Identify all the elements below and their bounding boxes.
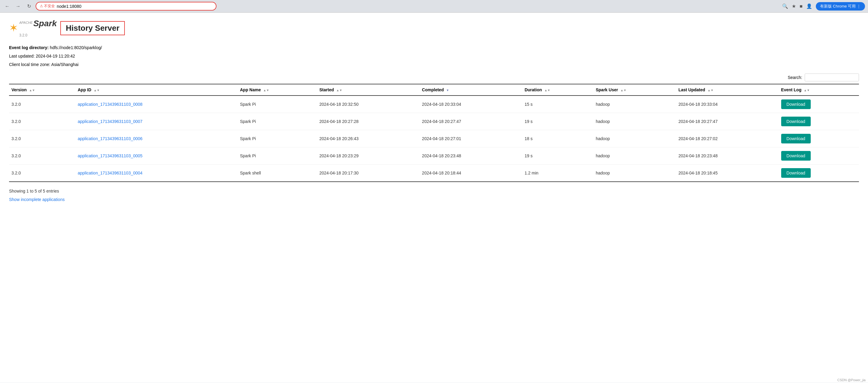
- cell-app-id[interactable]: application_1713439631103_0005: [75, 147, 238, 164]
- cell-started: 2024-04-18 20:23:29: [317, 147, 420, 164]
- bookmark-icon[interactable]: ★: [792, 3, 796, 9]
- col-started[interactable]: Started ▲▼: [317, 84, 420, 96]
- timezone-label: Client local time zone:: [9, 62, 50, 67]
- search-icon[interactable]: 🔍: [782, 3, 788, 9]
- cell-completed: 2024-04-18 20:18:44: [420, 164, 522, 182]
- download-button[interactable]: Download: [781, 117, 811, 126]
- spark-text: Spark: [33, 19, 57, 28]
- applications-table: Version ▲▼ App ID ▲▼ App Name ▲▼ Started…: [9, 84, 859, 182]
- col-version[interactable]: Version ▲▼: [9, 84, 75, 96]
- app-id-link[interactable]: application_1713439631103_0007: [78, 119, 143, 124]
- last-updated-value: 2024-04-19 11:20:42: [36, 54, 75, 59]
- cell-app-name: Spark Pi: [238, 147, 317, 164]
- cell-app-id[interactable]: application_1713439631103_0006: [75, 130, 238, 147]
- table-row: 3.2.0application_1713439631103_0006Spark…: [9, 130, 859, 147]
- cell-started: 2024-04-18 20:32:50: [317, 96, 420, 113]
- cell-app-name: Spark Pi: [238, 130, 317, 147]
- table-footer: Showing 1 to 5 of 5 entries Show incompl…: [9, 187, 859, 204]
- col-app-name[interactable]: App Name ▲▼: [238, 84, 317, 96]
- cell-completed: 2024-04-18 20:27:47: [420, 113, 522, 130]
- col-last-updated[interactable]: Last Updated ▲▼: [676, 84, 778, 96]
- cell-app-name: Spark Pi: [238, 113, 317, 130]
- info-section: Event log directory: hdfs://node1:8020/s…: [9, 43, 859, 69]
- timezone-value: Asia/Shanghai: [51, 62, 79, 67]
- security-warning-icon: ⚠ 不安全: [40, 4, 55, 9]
- cell-started: 2024-04-18 20:17:30: [317, 164, 420, 182]
- apache-label: APACHE: [19, 21, 33, 24]
- cell-download[interactable]: Download: [779, 130, 859, 147]
- back-button[interactable]: ←: [3, 2, 11, 10]
- download-button[interactable]: Download: [781, 151, 811, 161]
- search-input[interactable]: [805, 73, 859, 82]
- col-app-id[interactable]: App ID ▲▼: [75, 84, 238, 96]
- cell-last-updated: 2024-04-18 20:27:02: [676, 130, 778, 147]
- event-log-info: Event log directory: hdfs://node1:8020/s…: [9, 43, 859, 52]
- url-text: node1:18080: [57, 4, 82, 9]
- app-id-link[interactable]: application_1713439631103_0008: [78, 102, 143, 107]
- download-button[interactable]: Download: [781, 99, 811, 109]
- cell-spark-user: hadoop: [593, 96, 676, 113]
- cell-version: 3.2.0: [9, 130, 75, 147]
- address-bar[interactable]: ⚠ 不安全 node1:18080: [36, 2, 216, 10]
- app-id-link[interactable]: application_1713439631103_0006: [78, 136, 143, 141]
- app-id-link[interactable]: application_1713439631103_0005: [78, 153, 143, 158]
- table-row: 3.2.0application_1713439631103_0004Spark…: [9, 164, 859, 182]
- col-event-log[interactable]: Event Log ▲▼: [779, 84, 859, 96]
- cell-app-name: Spark shell: [238, 164, 317, 182]
- search-row: Search:: [9, 73, 859, 82]
- cell-duration: 15 s: [522, 96, 593, 113]
- search-label: Search:: [788, 75, 802, 80]
- profile-icon[interactable]: 👤: [806, 3, 812, 9]
- table-row: 3.2.0application_1713439631103_0007Spark…: [9, 113, 859, 130]
- cell-app-id[interactable]: application_1713439631103_0004: [75, 164, 238, 182]
- cell-app-id[interactable]: application_1713439631103_0007: [75, 113, 238, 130]
- cell-app-name: Spark Pi: [238, 96, 317, 113]
- cell-completed: 2024-04-18 20:33:04: [420, 96, 522, 113]
- col-spark-user[interactable]: Spark User ▲▼: [593, 84, 676, 96]
- cell-spark-user: hadoop: [593, 130, 676, 147]
- cell-duration: 1.2 min: [522, 164, 593, 182]
- event-log-value: hdfs://node1:8020/sparklog/: [50, 45, 102, 50]
- spark-version: 3.2.0: [19, 33, 57, 37]
- cell-last-updated: 2024-04-18 20:23:48: [676, 147, 778, 164]
- cell-duration: 18 s: [522, 130, 593, 147]
- cell-version: 3.2.0: [9, 113, 75, 130]
- browser-actions: 🔍 ★ ■ 👤 有新版 Chrome 可用 ⋮: [782, 2, 865, 10]
- table-header-row: Version ▲▼ App ID ▲▼ App Name ▲▼ Started…: [9, 84, 859, 96]
- cell-download[interactable]: Download: [779, 164, 859, 182]
- showing-entries-text: Showing 1 to 5 of 5 entries: [9, 187, 859, 195]
- cell-download[interactable]: Download: [779, 96, 859, 113]
- spark-star-icon: ✶: [9, 22, 18, 34]
- timezone-info: Client local time zone: Asia/Shanghai: [9, 60, 859, 69]
- col-completed[interactable]: Completed ▼: [420, 84, 522, 96]
- page-header: ✶ APACHE Spark 3.2.0 History Server: [9, 19, 859, 37]
- download-button[interactable]: Download: [781, 134, 811, 143]
- app-id-link[interactable]: application_1713439631103_0004: [78, 170, 143, 175]
- cell-app-id[interactable]: application_1713439631103_0008: [75, 96, 238, 113]
- cell-completed: 2024-04-18 20:23:48: [420, 147, 522, 164]
- forward-button[interactable]: →: [14, 2, 22, 10]
- page-title: History Server: [60, 21, 125, 35]
- cell-version: 3.2.0: [9, 147, 75, 164]
- cell-duration: 19 s: [522, 147, 593, 164]
- browser-chrome: ← → ↻ ⚠ 不安全 node1:18080 🔍 ★ ■ 👤 有新版 Chro…: [0, 0, 868, 13]
- watermark: CSDN @Power_jia: [837, 378, 866, 382]
- spark-logo: ✶ APACHE Spark 3.2.0: [9, 19, 57, 37]
- cell-started: 2024-04-18 20:27:28: [317, 113, 420, 130]
- cell-version: 3.2.0: [9, 96, 75, 113]
- cell-version: 3.2.0: [9, 164, 75, 182]
- extensions-icon[interactable]: ■: [800, 4, 803, 9]
- reload-button[interactable]: ↻: [25, 2, 33, 10]
- show-incomplete-link[interactable]: Show incomplete applications: [9, 197, 64, 202]
- cell-spark-user: hadoop: [593, 113, 676, 130]
- cell-download[interactable]: Download: [779, 147, 859, 164]
- cell-spark-user: hadoop: [593, 147, 676, 164]
- download-button[interactable]: Download: [781, 168, 811, 178]
- last-updated-info: Last updated: 2024-04-19 11:20:42: [9, 52, 859, 60]
- chrome-update-button[interactable]: 有新版 Chrome 可用 ⋮: [816, 2, 865, 10]
- cell-last-updated: 2024-04-18 20:18:45: [676, 164, 778, 182]
- table-row: 3.2.0application_1713439631103_0008Spark…: [9, 96, 859, 113]
- col-duration[interactable]: Duration ▲▼: [522, 84, 593, 96]
- cell-completed: 2024-04-18 20:27:01: [420, 130, 522, 147]
- cell-download[interactable]: Download: [779, 113, 859, 130]
